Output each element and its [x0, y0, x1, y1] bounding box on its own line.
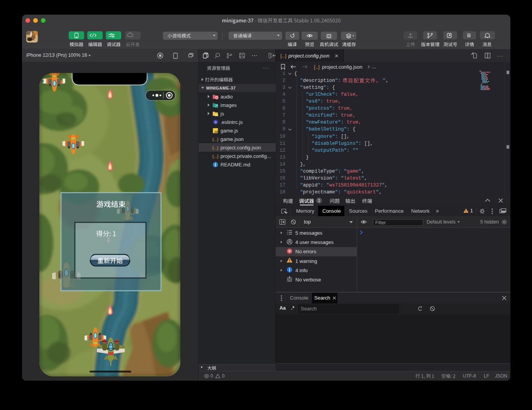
svg-text:...: ... — [372, 64, 376, 69]
svg-text:{..}: {..} — [212, 146, 219, 151]
svg-text:!: ! — [465, 209, 466, 213]
svg-text:JS: JS — [214, 130, 218, 134]
svg-text:{..}: {..} — [280, 54, 286, 59]
svg-text:project.config.json: project.config.json — [288, 53, 329, 59]
svg-text:{..}: {..} — [314, 65, 320, 70]
svg-text:JS: JS — [215, 114, 218, 117]
svg-text:1: 1 — [470, 208, 473, 213]
svg-text:project.config.json: project.config.json — [322, 64, 363, 70]
svg-text:{..}: {..} — [212, 154, 219, 159]
svg-text:{..}: {..} — [212, 137, 219, 142]
